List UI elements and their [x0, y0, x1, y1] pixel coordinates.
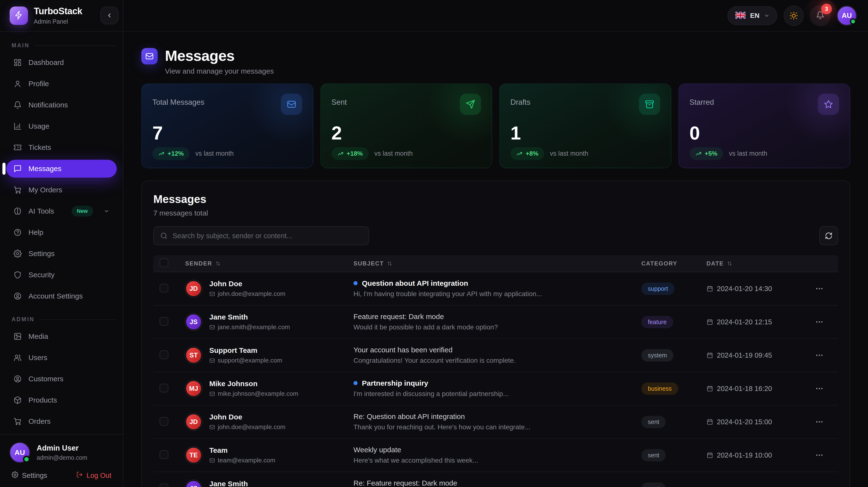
row-actions-button[interactable]: [815, 484, 824, 487]
sidebar-item-label: Usage: [28, 122, 50, 130]
message-row[interactable]: JSJane Smithjane.smith@example.comFeatur…: [153, 306, 838, 339]
unread-dot: [353, 381, 358, 385]
language-selector[interactable]: EN: [727, 6, 777, 25]
mail-icon: [209, 291, 215, 297]
sidebar-item-messages[interactable]: Messages: [6, 160, 117, 178]
archive-icon: [645, 99, 654, 109]
stat-card-starred: Starred0+5%vs last month: [679, 84, 850, 168]
row-actions-button[interactable]: [815, 351, 824, 360]
sidebar-item-dashboard[interactable]: Dashboard: [6, 54, 117, 71]
message-row[interactable]: JSJane SmithRe: Feature request: Dark mo…: [153, 472, 838, 487]
mail-icon: [209, 324, 215, 330]
sidebar-item-customers[interactable]: Customers: [6, 370, 117, 388]
new-badge: New: [72, 206, 93, 217]
stat-card-sent: Sent2+18%vs last month: [320, 84, 492, 168]
sidebar-item-security[interactable]: Security: [6, 266, 117, 284]
logout-button[interactable]: Log Out: [76, 471, 112, 480]
sender-email: mike.johnson@example.com: [218, 390, 298, 398]
row-actions-button[interactable]: [815, 418, 824, 426]
row-checkbox[interactable]: [160, 317, 168, 326]
row-checkbox[interactable]: [160, 484, 168, 487]
stat-icon-chip: [281, 94, 302, 115]
sender-info: Jane Smith: [209, 480, 248, 487]
sidebar-item-account-settings[interactable]: Account Settings: [6, 287, 117, 305]
message-preview: Hi, I'm having trouble integrating your …: [353, 290, 632, 298]
table-header: SENDER SUBJECT CATEGORY DATE: [153, 255, 838, 272]
column-header-date[interactable]: DATE: [707, 260, 815, 267]
logout-label: Log Out: [87, 471, 112, 480]
column-header-sender[interactable]: SENDER: [176, 260, 344, 267]
sidebar-item-users[interactable]: Users: [6, 349, 117, 367]
sidebar-user-card[interactable]: AU Admin User admin@demo.com: [9, 442, 114, 463]
sidebar-item-label: AI Tools: [28, 207, 54, 215]
row-checkbox[interactable]: [160, 450, 168, 459]
sidebar-collapse-button[interactable]: [100, 6, 119, 24]
sidebar-item-label: Customers: [28, 375, 63, 383]
dots-horizontal-icon: [815, 284, 824, 293]
sidebar-item-ai-tools[interactable]: AI ToolsNew: [6, 202, 117, 220]
ticket-icon: [13, 143, 22, 151]
sender-name: Team: [209, 446, 275, 454]
notification-count-badge: 3: [821, 4, 832, 14]
row-checkbox[interactable]: [160, 384, 168, 393]
sidebar-item-my-orders[interactable]: My Orders: [6, 181, 117, 199]
search-input[interactable]: [173, 232, 362, 240]
theme-toggle-button[interactable]: [784, 5, 804, 26]
star-icon: [824, 99, 833, 109]
row-checkbox[interactable]: [160, 284, 168, 292]
column-header-subject[interactable]: SUBJECT: [344, 260, 641, 267]
lightning-bolt-icon: [14, 10, 24, 20]
sidebar-item-label: Account Settings: [28, 292, 83, 300]
message-preview: Would it be possible to add a dark mode …: [353, 323, 632, 332]
row-actions-button[interactable]: [815, 384, 824, 393]
sidebar-nav: MAINDashboardProfileNotificationsUsageTi…: [0, 32, 123, 434]
sidebar-item-products[interactable]: Products: [6, 391, 117, 409]
sidebar-item-profile[interactable]: Profile: [6, 75, 117, 93]
message-subject: Weekly update: [353, 446, 401, 454]
logout-icon: [76, 471, 83, 480]
stat-value: 2: [332, 123, 481, 142]
mail-icon: [209, 324, 215, 330]
category-badge: feature: [641, 316, 673, 328]
avatar-initials: AU: [842, 11, 852, 20]
calendar-icon: [707, 452, 713, 459]
row-actions-button[interactable]: [815, 451, 824, 459]
message-row[interactable]: TETeamteam@example.comWeekly updateHere'…: [153, 439, 838, 472]
message-row[interactable]: JDJohn Doejohn.doe@example.comQuestion a…: [153, 272, 838, 306]
sidebar-item-usage[interactable]: Usage: [6, 117, 117, 135]
sidebar-item-media[interactable]: Media: [6, 327, 117, 345]
row-checkbox[interactable]: [160, 417, 168, 426]
sidebar-item-label: Messages: [28, 165, 61, 173]
bar-chart-icon: [13, 122, 22, 130]
message-row[interactable]: STSupport Teamsupport@example.comYour ac…: [153, 339, 838, 372]
sidebar-item-help[interactable]: Help: [6, 224, 117, 241]
sidebar-item-tickets[interactable]: Tickets: [6, 139, 117, 156]
page-title-block: Messages View and manage your messages: [165, 47, 274, 75]
sidebar-item-notifications[interactable]: Notifications: [6, 96, 117, 114]
refresh-button[interactable]: [819, 226, 838, 245]
user-circle-icon: [13, 292, 22, 300]
row-checkbox[interactable]: [160, 350, 168, 359]
sidebar-item-orders[interactable]: Orders: [6, 412, 117, 430]
row-actions-button[interactable]: [815, 318, 824, 326]
calendar-icon: [707, 419, 713, 425]
footer-settings-button[interactable]: Settings: [11, 471, 47, 480]
sender-info: Teamteam@example.com: [209, 446, 275, 464]
stat-value: 0: [689, 123, 839, 142]
message-row[interactable]: MJMike Johnsonmike.johnson@example.comPa…: [153, 372, 838, 405]
user-avatar-button[interactable]: AU: [837, 5, 857, 26]
notifications-button[interactable]: 3: [810, 5, 830, 26]
stats-row: Total Messages7+12%vs last monthSent2+18…: [141, 84, 850, 168]
footer-settings-label: Settings: [22, 471, 47, 480]
message-row[interactable]: JDJohn Doejohn.doe@example.comRe: Questi…: [153, 405, 838, 439]
sidebar-item-label: Notifications: [28, 101, 68, 109]
category-badge: support: [641, 283, 674, 295]
sender-email: jane.smith@example.com: [218, 323, 290, 331]
row-actions-button[interactable]: [815, 284, 824, 293]
select-all-checkbox[interactable]: [160, 258, 168, 267]
app-tagline: Admin Panel: [34, 18, 82, 25]
sidebar-item-settings[interactable]: Settings: [6, 245, 117, 263]
category-badge: sent: [641, 449, 666, 461]
sidebar-item-label: Orders: [28, 417, 51, 426]
mail-icon: [209, 391, 215, 397]
